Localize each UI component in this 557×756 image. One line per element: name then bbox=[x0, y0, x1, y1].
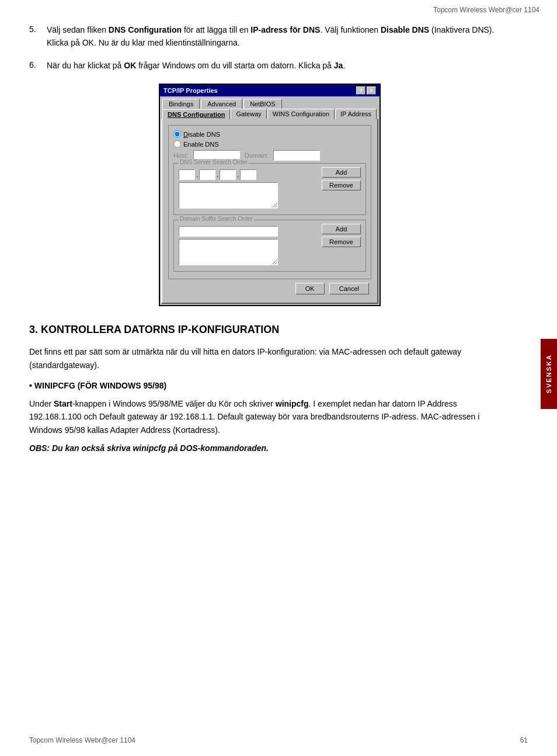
disable-dns-label: Disable DNS bbox=[183, 131, 220, 138]
domain-suffix-label: Domain Suffix Search Order bbox=[179, 216, 254, 222]
dialog-title: TCP/IP Properties bbox=[163, 87, 218, 94]
obs-note: OBS: Du kan också skriva winipcfg på DOS… bbox=[29, 443, 510, 453]
section3-heading: 3. KONTROLLERA DATORNS IP-KONFIGURATION bbox=[29, 324, 510, 336]
footer-right: 61 bbox=[520, 736, 528, 744]
enable-dns-radio[interactable] bbox=[173, 140, 181, 148]
title-buttons: ? × bbox=[356, 86, 376, 95]
side-tab-label: SVENSKA bbox=[545, 354, 552, 393]
disable-dns-row: Disable DNS bbox=[173, 130, 366, 138]
domain-suffix-group: Domain Suffix Search Order Add Remove bbox=[173, 220, 366, 272]
tab-netbios[interactable]: NetBIOS bbox=[243, 99, 281, 109]
dns-server-group: DNS Server Search Order . . bbox=[173, 163, 366, 215]
dns-remove-button[interactable]: Remove bbox=[322, 180, 361, 190]
footer-left: Topcom Wireless Webr@cer 1104 bbox=[29, 736, 135, 744]
dns-ip-section: . . . Add bbox=[179, 167, 361, 210]
enable-dns-label: Enable DNS bbox=[183, 141, 219, 148]
step-5-number: 5. bbox=[29, 23, 47, 50]
ip-seg-2[interactable] bbox=[199, 169, 215, 180]
step-5: 5. Välj sedan fliken DNS Configuration f… bbox=[29, 23, 510, 50]
domain-input[interactable] bbox=[273, 150, 320, 161]
tab-bindings[interactable]: Bindings bbox=[162, 99, 200, 109]
cancel-button[interactable]: Cancel bbox=[329, 283, 369, 294]
tab-wins-config[interactable]: WINS Configuration bbox=[267, 109, 335, 119]
suffix-list[interactable] bbox=[179, 239, 278, 265]
dialog-inner: Disable DNS Enable DNS Host: Domain: bbox=[168, 125, 371, 279]
close-button[interactable]: × bbox=[367, 86, 376, 95]
ip-seg-3[interactable] bbox=[220, 169, 236, 180]
ip-seg-4[interactable] bbox=[240, 169, 256, 180]
domain-label: Domain: bbox=[245, 152, 269, 159]
suffix-part bbox=[179, 224, 317, 266]
suffix-input[interactable] bbox=[179, 226, 278, 237]
bottom-tabs: DNS Configuration Gateway WINS Configura… bbox=[160, 109, 380, 119]
dialog-container: TCP/IP Properties ? × Bindings Advanced … bbox=[29, 84, 510, 306]
tab-dns-config[interactable]: DNS Configuration bbox=[162, 109, 230, 120]
tab-gateway[interactable]: Gateway bbox=[231, 109, 266, 119]
dns-server-label: DNS Server Search Order bbox=[179, 159, 249, 165]
suffix-section: Add Remove bbox=[179, 224, 361, 266]
host-label: Host: bbox=[173, 152, 189, 159]
section3-intro: Det finns ett par sätt som är utmärkta n… bbox=[29, 345, 510, 372]
suffix-input-row bbox=[179, 226, 317, 237]
step-5-text: Välj sedan fliken DNS Configuration för … bbox=[47, 23, 510, 50]
dns-list[interactable] bbox=[179, 182, 278, 209]
dns-buttons: Add Remove bbox=[322, 167, 361, 190]
ip-seg-1[interactable] bbox=[179, 169, 195, 180]
suffix-buttons: Add Remove bbox=[322, 224, 361, 247]
suffix-add-button[interactable]: Add bbox=[322, 224, 361, 234]
page-header: Topcom Wireless Webr@cer 1104 bbox=[433, 6, 539, 14]
ok-cancel-row: OK Cancel bbox=[168, 279, 371, 297]
disable-dns-radio[interactable] bbox=[173, 130, 181, 138]
suffix-remove-button[interactable]: Remove bbox=[322, 237, 361, 247]
side-tab: SVENSKA bbox=[541, 339, 557, 409]
section3-body: Under Start-knappen i Windows 95/98/ME v… bbox=[29, 397, 510, 436]
title-bar: TCP/IP Properties ? × bbox=[160, 85, 380, 96]
tab-advanced[interactable]: Advanced bbox=[201, 99, 242, 109]
top-tabs: Bindings Advanced NetBIOS bbox=[160, 96, 380, 109]
dns-add-button[interactable]: Add bbox=[322, 167, 361, 178]
step-6-number: 6. bbox=[29, 59, 47, 72]
header-title: Topcom Wireless Webr@cer 1104 bbox=[433, 6, 539, 14]
help-button[interactable]: ? bbox=[356, 86, 365, 95]
ip-input-row: . . . bbox=[179, 169, 317, 180]
subsection-heading: • WINIPCFG (FÖR WINDOWS 95/98) bbox=[29, 381, 510, 390]
step-6: 6. När du har klickat på OK frågar Windo… bbox=[29, 59, 510, 72]
dns-ip-part: . . . bbox=[179, 167, 317, 210]
tcpip-dialog: TCP/IP Properties ? × Bindings Advanced … bbox=[159, 84, 381, 306]
dialog-body: Disable DNS Enable DNS Host: Domain: bbox=[161, 119, 378, 304]
tab-ip-address[interactable]: IP Address bbox=[335, 109, 377, 119]
ok-button[interactable]: OK bbox=[295, 283, 325, 294]
step-6-text: När du har klickat på OK frågar Windows … bbox=[47, 59, 345, 72]
enable-dns-row: Enable DNS bbox=[173, 140, 366, 148]
main-content: 5. Välj sedan fliken DNS Configuration f… bbox=[29, 23, 528, 453]
